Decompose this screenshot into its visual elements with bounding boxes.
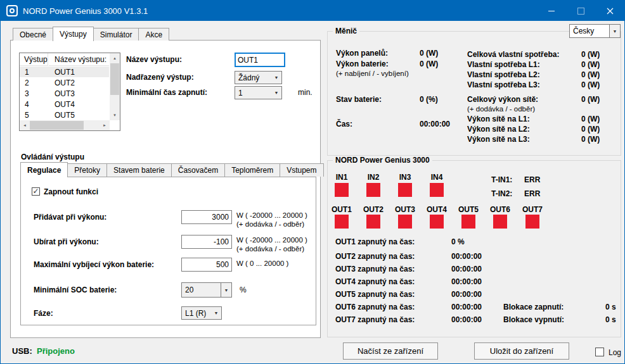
- output-name-input[interactable]: [235, 53, 285, 67]
- scroll-down-icon[interactable]: ▼: [110, 110, 120, 120]
- maximize-icon: [577, 8, 584, 15]
- tab-obecne[interactable]: Obecné: [13, 28, 53, 41]
- add-power-label: Přidávat při výkonu:: [34, 213, 106, 222]
- min-on-time-select[interactable]: 1 ▼: [235, 86, 282, 99]
- block-off-label: Blokace vypnutí:: [503, 315, 564, 324]
- parent-output-select[interactable]: Žádný ▼: [235, 71, 282, 84]
- stat-value: 0 (W): [581, 50, 600, 59]
- stat-value: 00:00:00: [451, 265, 482, 273]
- tab-regulace[interactable]: Regulace: [20, 162, 68, 177]
- chevron-down-icon[interactable]: ▼: [211, 307, 221, 319]
- in2-indicator: [366, 183, 380, 197]
- tab-teplomerem[interactable]: Teploměrem: [224, 163, 280, 177]
- list-item-out5[interactable]: 5OUT5: [20, 110, 109, 120]
- min-soc-label: Minimální SOC baterie:: [34, 286, 117, 294]
- list-item-out4[interactable]: 4OUT4: [20, 99, 109, 110]
- parent-output-label: Nadřazený výstup:: [126, 73, 194, 82]
- min-on-time-label: Minimální čas zapnutí:: [126, 88, 207, 97]
- out1-label: OUT1: [328, 205, 356, 214]
- tab-casovacem[interactable]: Časovačem: [171, 163, 225, 177]
- in1-label: IN1: [328, 173, 356, 182]
- scroll-left-icon[interactable]: ◄: [20, 120, 30, 130]
- log-checkbox[interactable]: [595, 348, 604, 356]
- stat-value: 0 (%): [420, 95, 438, 104]
- add-power-hint: (+ dodávka / - odběr): [236, 220, 304, 228]
- stat-label: OUT4 zapnutý na čas:: [335, 277, 415, 286]
- in4-indicator: [430, 183, 444, 197]
- subtract-power-range: W ( -20000 ... 20000 ): [236, 236, 307, 244]
- log-label: Log: [609, 348, 621, 357]
- stat-label: Čas:: [336, 120, 352, 129]
- subtract-power-input[interactable]: [181, 235, 232, 249]
- out2-label: OUT2: [359, 205, 387, 214]
- close-button[interactable]: [595, 1, 624, 21]
- device-panel: NORD Power Genius 3000 IN1 IN2 IN3 IN4 T…: [327, 160, 621, 337]
- list-item-out2[interactable]: 2OUT2: [20, 77, 109, 88]
- t-in1-label: T-IN1:: [491, 175, 512, 184]
- stat-value: 0 (W): [420, 60, 438, 68]
- tab-simulator[interactable]: Simulátor: [93, 28, 139, 41]
- phase-select[interactable]: L1 (R) ▼: [181, 306, 222, 320]
- app-icon: [6, 5, 18, 16]
- stat-value: 00:00:00: [451, 303, 482, 311]
- vertical-scrollbar[interactable]: ▲ ▼: [110, 53, 120, 120]
- enable-function-checkbox[interactable]: ✓: [32, 187, 40, 196]
- list-item-out1[interactable]: 1OUT1: [20, 66, 109, 77]
- tab-vystupy[interactable]: Výstupy: [53, 27, 94, 41]
- scrollbar-thumb[interactable]: [110, 63, 119, 95]
- stat-label: Výkon sítě na L2:: [467, 125, 530, 134]
- out3-label: OUT3: [391, 205, 419, 214]
- close-icon: [607, 8, 614, 15]
- stat-value: 0 %: [451, 237, 465, 246]
- device-panel-title: NORD Power Genius 3000: [333, 156, 432, 165]
- outputs-tab-page: Výstup Název výstupu: 1OUT1 2OUT2 3OUT3 …: [10, 40, 321, 338]
- t-in2-label: T-IN2:: [491, 189, 512, 198]
- min-on-time-unit: min.: [298, 88, 312, 97]
- maximize-button[interactable]: [566, 1, 595, 21]
- stat-label: OUT1 zapnutý na čas:: [335, 237, 415, 246]
- minimize-icon: [548, 11, 555, 11]
- stat-label: Výkon sítě na L1:: [467, 115, 530, 123]
- out1-indicator: [335, 215, 349, 229]
- scroll-up-icon[interactable]: ▲: [110, 53, 120, 63]
- max-discharge-range: W ( 0 ... 20000 ): [236, 260, 288, 267]
- scroll-right-icon[interactable]: ►: [100, 120, 110, 130]
- tab-vstupem[interactable]: Vstupem: [280, 163, 323, 177]
- out4-label: OUT4: [423, 205, 451, 214]
- window-title: NORD Power Genius 3000 V1.3.1: [23, 6, 148, 16]
- stat-label: OUT7 zapnutý na čas:: [335, 315, 415, 324]
- tab-stavem-baterie[interactable]: Stavem baterie: [106, 163, 172, 177]
- out5-label: OUT5: [454, 205, 482, 214]
- tab-pretoky[interactable]: Přetoky: [67, 163, 107, 177]
- stat-label: Vlastní spotřeba L3:: [467, 80, 540, 89]
- list-item-out3[interactable]: 3OUT3: [20, 88, 109, 99]
- scrollbar-thumb-h[interactable]: [30, 121, 84, 130]
- language-select[interactable]: Česky ▼: [569, 24, 621, 38]
- add-power-input[interactable]: [181, 210, 232, 224]
- minimize-button[interactable]: [537, 1, 566, 21]
- chevron-down-icon[interactable]: ▼: [271, 72, 281, 84]
- save-to-device-button[interactable]: Uložit do zařízení: [474, 342, 569, 360]
- tab-akce[interactable]: Akce: [138, 28, 169, 41]
- block-on-label: Blokace zapnutí:: [503, 303, 564, 311]
- max-discharge-label: Maximální vybíjecí výkon baterie:: [34, 260, 154, 269]
- subtract-power-label: Ubírat při výkonu:: [34, 237, 99, 246]
- stat-value: 0 (W): [581, 125, 600, 134]
- grid-sign-note: (+ dodávka / - odběr): [467, 105, 535, 113]
- battery-sign-note: (+ nabíjení / - vybíjení): [336, 70, 409, 77]
- load-from-device-button[interactable]: Načíst ze zařízení: [343, 342, 438, 360]
- out2-indicator: [366, 215, 380, 229]
- usb-label: USB:: [12, 346, 32, 356]
- chevron-down-icon[interactable]: ▼: [221, 283, 231, 297]
- add-power-range: W ( -20000 ... 20000 ): [236, 211, 307, 219]
- max-discharge-input[interactable]: [181, 258, 232, 272]
- in2-label: IN2: [359, 173, 387, 182]
- chevron-down-icon[interactable]: ▼: [609, 25, 620, 37]
- out4-indicator: [430, 215, 444, 229]
- min-soc-select[interactable]: 20 ▼: [181, 282, 232, 298]
- outputs-listbox[interactable]: Výstup Název výstupu: 1OUT1 2OUT2 3OUT3 …: [19, 53, 120, 131]
- stat-label: OUT2 zapnutý na čas:: [335, 252, 415, 261]
- chevron-down-icon[interactable]: ▼: [271, 87, 281, 99]
- stat-label: Stav baterie:: [336, 95, 382, 104]
- horizontal-scrollbar[interactable]: ◄ ►: [20, 120, 110, 130]
